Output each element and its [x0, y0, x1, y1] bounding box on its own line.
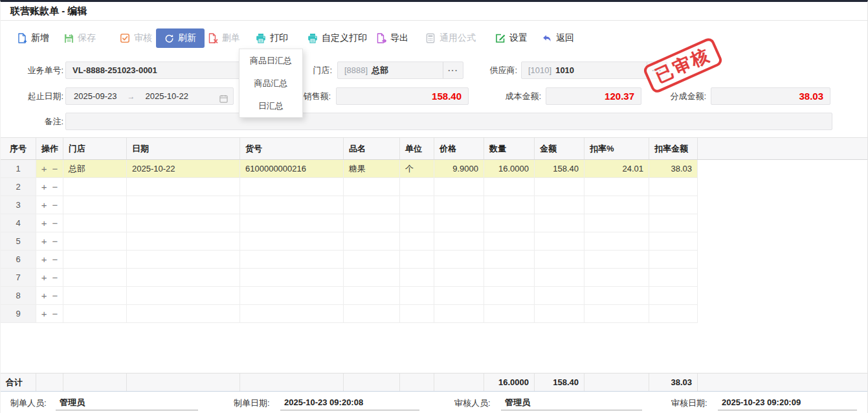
toolbar-custom-print-button[interactable]: 自定义打印	[307, 32, 367, 44]
cell-item_no[interactable]	[240, 232, 344, 251]
cell-unit[interactable]: 个	[400, 160, 434, 178]
cell-rate_amount[interactable]	[649, 178, 698, 196]
cell-qty[interactable]	[484, 214, 535, 232]
toolbar-formula-button[interactable]: 通用公式	[425, 32, 476, 44]
cell-item_no[interactable]	[240, 196, 344, 214]
cell-item_no[interactable]	[240, 251, 344, 269]
cell-rate_amount[interactable]	[649, 251, 698, 269]
cell-price[interactable]	[434, 196, 484, 214]
cell-rate[interactable]	[584, 269, 649, 287]
cell-rate_amount[interactable]: 38.03	[649, 160, 698, 178]
cell-rate[interactable]	[584, 251, 649, 269]
cell-amount[interactable]	[535, 251, 584, 269]
row-add-button[interactable]: +	[39, 308, 50, 319]
print-menu-item[interactable]: 日汇总	[239, 95, 302, 117]
row-remove-button[interactable]: −	[50, 236, 61, 247]
row-add-button[interactable]: +	[39, 218, 50, 229]
cell-qty[interactable]	[484, 232, 535, 251]
row-add-button[interactable]: +	[39, 181, 50, 192]
cell-rate[interactable]	[584, 287, 649, 305]
row-remove-button[interactable]: −	[50, 218, 61, 229]
cell-rate[interactable]	[584, 196, 649, 214]
cell-rate[interactable]	[584, 305, 649, 323]
cell-item_name[interactable]	[344, 178, 400, 196]
row-remove-button[interactable]: −	[50, 290, 61, 301]
cell-unit[interactable]	[400, 305, 434, 323]
cell-item_name[interactable]	[344, 232, 400, 251]
cell-unit[interactable]	[400, 287, 434, 305]
store-picker-field[interactable]: [8888]总部 ···	[337, 61, 463, 79]
cell-store[interactable]	[63, 214, 127, 232]
cell-date[interactable]	[127, 287, 240, 305]
cell-unit[interactable]	[400, 251, 434, 269]
cell-store[interactable]	[63, 287, 127, 305]
date-range-field[interactable]: 2025-09-23→2025-10-22	[65, 87, 234, 105]
cell-store[interactable]	[63, 196, 127, 214]
cell-item_no[interactable]	[240, 214, 344, 232]
cell-unit[interactable]	[400, 196, 434, 214]
cell-item_no[interactable]	[240, 269, 344, 287]
cell-store[interactable]	[63, 178, 127, 196]
cell-item_no[interactable]	[240, 287, 344, 305]
cell-date[interactable]	[127, 269, 240, 287]
cell-qty[interactable]	[484, 196, 535, 214]
cell-amount[interactable]	[535, 232, 584, 251]
toolbar-print-button[interactable]: 打印	[256, 32, 288, 44]
cell-date[interactable]	[127, 178, 240, 196]
cell-amount[interactable]	[535, 178, 584, 196]
row-add-button[interactable]: +	[39, 290, 50, 301]
cell-price[interactable]	[434, 178, 484, 196]
cell-date[interactable]: 2025-10-22	[127, 160, 240, 178]
cell-qty[interactable]	[484, 251, 535, 269]
cell-item_name[interactable]: 糖果	[344, 160, 400, 178]
cell-date[interactable]	[127, 251, 240, 269]
toolbar-delete-button[interactable]: 删单	[208, 32, 240, 44]
remark-input[interactable]	[65, 113, 832, 130]
toolbar-add-button[interactable]: 新增	[17, 32, 49, 44]
cell-rate_amount[interactable]	[649, 287, 698, 305]
cell-qty[interactable]	[484, 287, 535, 305]
cell-price[interactable]	[434, 214, 484, 232]
cell-rate_amount[interactable]	[649, 305, 698, 323]
cell-date[interactable]	[127, 305, 240, 323]
cell-rate[interactable]	[584, 214, 649, 232]
cell-item_no[interactable]	[240, 305, 344, 323]
cell-price[interactable]	[434, 287, 484, 305]
cell-amount[interactable]	[535, 287, 584, 305]
cell-unit[interactable]	[400, 269, 434, 287]
row-remove-button[interactable]: −	[50, 181, 61, 192]
cell-amount[interactable]	[535, 196, 584, 214]
toolbar-back-button[interactable]: 返回	[542, 32, 574, 44]
cell-item_name[interactable]	[344, 269, 400, 287]
cell-item_name[interactable]	[344, 214, 400, 232]
row-remove-button[interactable]: −	[50, 308, 61, 319]
cell-qty[interactable]: 16.0000	[484, 160, 535, 178]
cell-price[interactable]	[434, 251, 484, 269]
cell-store[interactable]: 总部	[63, 160, 127, 178]
cell-price[interactable]	[434, 232, 484, 251]
cell-item_name[interactable]	[344, 305, 400, 323]
cell-price[interactable]: 9.9000	[434, 160, 484, 178]
cell-item_no[interactable]	[240, 178, 344, 196]
cell-price[interactable]	[434, 269, 484, 287]
toolbar-settings-button[interactable]: 设置	[495, 32, 528, 44]
cell-rate_amount[interactable]	[649, 269, 698, 287]
cell-qty[interactable]	[484, 269, 535, 287]
cell-item_name[interactable]	[344, 287, 400, 305]
cell-date[interactable]	[127, 232, 240, 251]
cell-rate_amount[interactable]	[649, 214, 698, 232]
business-no-field[interactable]: VL-8888-251023-0001	[65, 61, 245, 79]
cell-unit[interactable]	[400, 178, 434, 196]
cell-store[interactable]	[63, 232, 127, 251]
cell-rate[interactable]: 24.01	[584, 160, 649, 178]
cell-item_no[interactable]: 6100000000216	[240, 160, 344, 178]
row-remove-button[interactable]: −	[50, 199, 61, 210]
row-add-button[interactable]: +	[39, 163, 50, 174]
cell-qty[interactable]	[484, 305, 535, 323]
row-add-button[interactable]: +	[39, 272, 50, 283]
cell-item_name[interactable]	[344, 251, 400, 269]
toolbar-save-button[interactable]: 保存	[63, 32, 96, 44]
cell-rate_amount[interactable]	[649, 196, 698, 214]
print-menu-item[interactable]: 商品汇总	[239, 72, 302, 95]
cell-rate_amount[interactable]	[649, 232, 698, 251]
